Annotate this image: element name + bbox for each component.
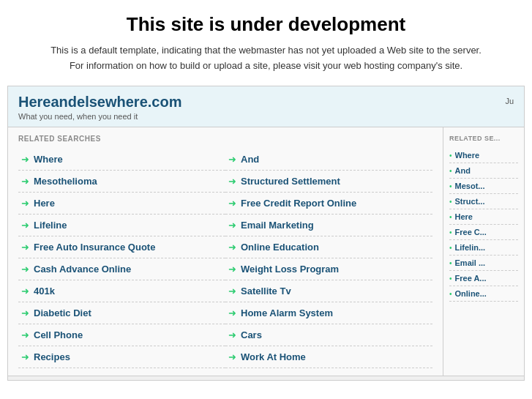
list-item: ➜ Home Alarm System: [225, 302, 432, 324]
search-link[interactable]: Recipes: [34, 351, 70, 362]
sidebar-link[interactable]: And: [455, 166, 471, 175]
list-item: ➜ Online Education: [225, 236, 432, 258]
sidebar-link[interactable]: Mesot...: [455, 182, 485, 190]
search-link[interactable]: Weight Loss Program: [241, 264, 339, 275]
list-item: ➜ Email Marketing: [225, 215, 432, 236]
list-item: ➜ 401k: [18, 280, 225, 302]
list-item: ➜ Satellite Tv: [225, 280, 432, 302]
arrow-icon: ➜: [228, 154, 236, 165]
bullet-icon: •: [449, 198, 452, 206]
search-link[interactable]: And: [241, 154, 259, 165]
search-link[interactable]: Home Alarm System: [241, 307, 333, 318]
search-link[interactable]: Free Auto Insurance Quote: [34, 242, 155, 253]
arrow-icon: ➜: [228, 198, 236, 209]
site-header: Hereandelsewhere.com What you need, when…: [8, 86, 524, 127]
search-link[interactable]: Satellite Tv: [241, 286, 291, 297]
logo-area: Hereandelsewhere.com What you need, when…: [18, 94, 181, 121]
content-area: RELATED SEARCHES ➜ Where ➜ And ➜ Mesothe…: [8, 127, 524, 376]
list-item: • Online...: [449, 286, 518, 302]
list-item: ➜ Work At Home: [225, 346, 432, 368]
list-item: ➜ Recipes: [18, 346, 225, 368]
arrow-icon: ➜: [21, 351, 29, 362]
search-link[interactable]: Here: [34, 198, 55, 209]
banner-line1: This is a default template, indicating t…: [29, 45, 503, 56]
list-item: ➜ Here: [18, 193, 225, 215]
search-link[interactable]: Online Education: [241, 242, 319, 253]
list-item: ➜ Diabetic Diet: [18, 302, 225, 324]
search-link[interactable]: Cash Advance Online: [34, 264, 131, 275]
header-right: Ju: [505, 94, 514, 105]
arrow-icon: ➜: [228, 286, 236, 297]
list-item: • Struct...: [449, 194, 518, 209]
banner-title: This site is under development: [29, 13, 503, 36]
search-link[interactable]: 401k: [34, 286, 55, 297]
arrow-icon: ➜: [228, 176, 236, 187]
search-link[interactable]: Work At Home: [241, 351, 306, 362]
arrow-icon: ➜: [21, 176, 29, 187]
list-item: ➜ Cash Advance Online: [18, 258, 225, 280]
sidebar-link[interactable]: Free A...: [455, 274, 487, 283]
sidebar-link[interactable]: Here: [455, 212, 473, 221]
search-link[interactable]: Structured Settlement: [241, 176, 340, 187]
bullet-icon: •: [449, 275, 452, 283]
banner-line2: For information on how to build or uploa…: [29, 60, 503, 71]
arrow-icon: ➜: [21, 307, 29, 318]
search-link[interactable]: Diabetic Diet: [34, 307, 91, 318]
sidebar-related-label: RELATED SE...: [449, 135, 518, 142]
arrow-icon: ➜: [21, 329, 29, 340]
search-link[interactable]: Cars: [241, 329, 262, 340]
list-item: ➜ Cars: [225, 324, 432, 346]
search-link[interactable]: Free Credit Report Online: [241, 198, 356, 209]
top-banner: This site is under development This is a…: [0, 0, 532, 86]
arrow-icon: ➜: [21, 154, 29, 165]
search-link[interactable]: Lifeline: [34, 220, 67, 231]
arrow-icon: ➜: [228, 242, 236, 253]
site-container: Hereandelsewhere.com What you need, when…: [7, 86, 525, 381]
sidebar-link[interactable]: Email ...: [455, 258, 486, 267]
bottom-border: [8, 376, 524, 380]
search-link[interactable]: Email Marketing: [241, 220, 314, 231]
search-link[interactable]: Where: [34, 154, 63, 165]
list-item: • Mesot...: [449, 179, 518, 194]
arrow-icon: ➜: [21, 198, 29, 209]
sidebar-link[interactable]: Free C...: [455, 228, 487, 236]
list-item: ➜ Where: [18, 149, 225, 171]
list-item: • Lifelin...: [449, 240, 518, 256]
arrow-icon: ➜: [21, 242, 29, 253]
arrow-icon: ➜: [228, 307, 236, 318]
arrow-icon: ➜: [228, 220, 236, 231]
list-item: • And: [449, 163, 518, 179]
sidebar-link[interactable]: Lifelin...: [455, 243, 486, 252]
site-name: Hereandelsewhere.com: [18, 94, 181, 111]
bullet-icon: •: [449, 152, 452, 160]
list-item: ➜ Lifeline: [18, 215, 225, 236]
bullet-icon: •: [449, 259, 452, 267]
sidebar-column: RELATED SE... • Where • And • Mesot... •…: [443, 127, 524, 376]
arrow-icon: ➜: [228, 351, 236, 362]
arrow-icon: ➜: [228, 264, 236, 275]
search-link[interactable]: Cell Phone: [34, 329, 83, 340]
list-item: • Where: [449, 148, 518, 163]
sidebar-link[interactable]: Struct...: [455, 197, 485, 206]
list-item: ➜ Mesothelioma: [18, 171, 225, 193]
sidebar-link[interactable]: Where: [455, 151, 480, 160]
site-tagline: What you need, when you need it: [18, 112, 181, 121]
bullet-icon: •: [449, 290, 452, 298]
arrow-icon: ➜: [21, 220, 29, 231]
sidebar-link[interactable]: Online...: [455, 289, 487, 298]
list-item: • Free C...: [449, 225, 518, 240]
bullet-icon: •: [449, 213, 452, 221]
list-item: ➜ And: [225, 149, 432, 171]
list-item: ➜ Free Auto Insurance Quote: [18, 236, 225, 258]
main-column: RELATED SEARCHES ➜ Where ➜ And ➜ Mesothe…: [8, 127, 443, 376]
bullet-icon: •: [449, 228, 452, 236]
search-link[interactable]: Mesothelioma: [34, 176, 97, 187]
search-grid: ➜ Where ➜ And ➜ Mesothelioma ➜ Structure…: [18, 149, 432, 368]
list-item: ➜ Free Credit Report Online: [225, 193, 432, 215]
list-item: ➜ Weight Loss Program: [225, 258, 432, 280]
list-item: • Free A...: [449, 271, 518, 286]
arrow-icon: ➜: [228, 329, 236, 340]
related-searches-label: RELATED SEARCHES: [18, 135, 432, 143]
arrow-icon: ➜: [21, 286, 29, 297]
list-item: • Email ...: [449, 256, 518, 271]
